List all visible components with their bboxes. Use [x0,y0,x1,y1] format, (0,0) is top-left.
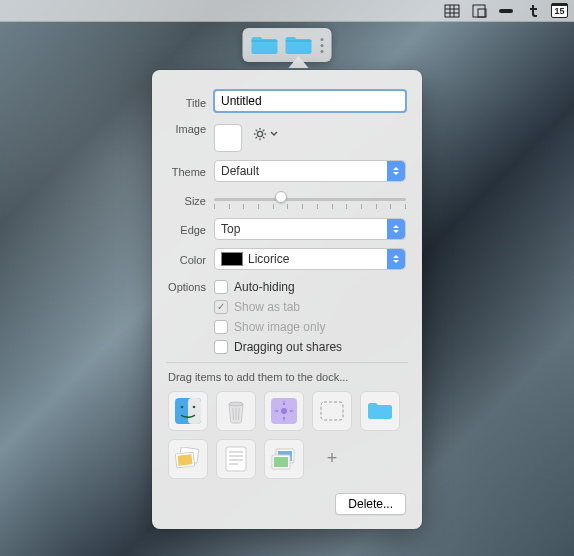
svg-rect-0 [445,5,459,17]
menubar: 15 [0,0,574,22]
svg-line-16 [263,130,264,131]
image-label: Image [168,120,214,135]
size-slider[interactable] [214,190,406,210]
chevron-down-icon [270,131,278,137]
size-label: Size [168,192,214,207]
calendar-icon[interactable]: 15 [551,2,568,19]
trash-icon[interactable] [216,391,256,431]
svg-rect-5 [473,5,485,17]
svg-rect-31 [226,447,246,471]
drag-hint: Drag items to add them to the dock... [168,371,406,383]
title-input[interactable] [214,90,406,112]
svg-point-21 [229,402,243,406]
color-select[interactable]: Licorice [214,248,406,270]
grid-icon[interactable] [443,2,460,19]
option-label: Show image only [234,320,325,334]
options-label: Options [168,278,214,293]
dashed-rect-icon[interactable] [312,391,352,431]
svg-line-15 [256,137,257,138]
edge-label: Edge [168,221,214,236]
svg-line-13 [256,130,257,131]
dock-items-grid: + [168,391,406,479]
option-label: Dragging out shares [234,340,342,354]
active-tab-pointer [289,56,309,68]
photos-icon[interactable] [168,439,208,479]
theme-label: Theme [168,163,214,178]
svg-line-22 [233,408,234,420]
tumblr-icon[interactable] [524,2,541,19]
theme-value: Default [221,164,259,178]
option-3[interactable]: Dragging out shares [214,340,406,354]
finder-icon[interactable] [168,391,208,431]
folder-plain-icon[interactable] [360,391,400,431]
gap-icon[interactable] [497,2,514,19]
color-swatch [221,252,243,266]
svg-rect-30 [178,454,193,465]
theme-select[interactable]: Default [214,160,406,182]
preview-icon[interactable] [264,439,304,479]
dock-folder-1[interactable] [251,34,279,56]
add-slot[interactable]: + [312,439,352,479]
svg-line-14 [263,137,264,138]
option-1: Show as tab [214,300,406,314]
delete-button[interactable]: Delete... [335,493,406,515]
svg-point-26 [281,408,287,414]
edge-select[interactable]: Top [214,218,406,240]
checkbox [214,320,228,334]
select-arrows-icon [387,161,405,181]
svg-line-24 [239,408,240,420]
svg-rect-7 [499,9,513,13]
fullscreen-icon[interactable] [470,2,487,19]
image-well[interactable] [214,124,242,152]
option-label: Show as tab [234,300,300,314]
svg-point-20 [193,406,196,409]
checkbox[interactable] [214,280,228,294]
textedit-icon[interactable] [216,439,256,479]
svg-rect-27 [321,402,343,420]
select-arrows-icon [387,249,405,269]
burst-icon[interactable] [264,391,304,431]
image-action-menu[interactable] [253,120,278,148]
checkbox [214,300,228,314]
dock-overflow-icon[interactable] [321,38,324,53]
dock-folder-2[interactable] [285,34,313,56]
option-2: Show image only [214,320,406,334]
svg-rect-18 [188,398,201,424]
title-label: Title [168,94,214,109]
slider-thumb[interactable] [275,191,287,203]
option-0[interactable]: Auto-hiding [214,280,406,294]
checkbox[interactable] [214,340,228,354]
dock-tabs [243,28,332,62]
svg-point-8 [258,131,263,136]
separator [166,362,408,363]
edge-value: Top [221,222,240,236]
option-label: Auto-hiding [234,280,295,294]
color-value: Licorice [248,252,289,266]
settings-popover: Title Image Theme Default Size [152,70,422,529]
svg-rect-39 [274,457,288,467]
svg-point-19 [181,406,184,409]
color-label: Color [168,251,214,266]
select-arrows-icon [387,219,405,239]
